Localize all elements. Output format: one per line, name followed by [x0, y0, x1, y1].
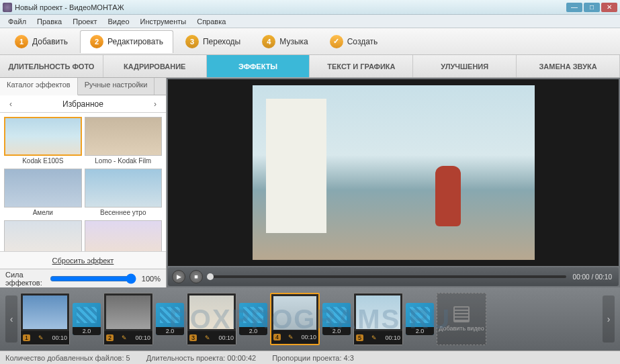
subtab-text[interactable]: ТЕКСТ И ГРАФИКА — [310, 55, 413, 77]
effect-item[interactable]: Lomo - Kodak Film — [85, 117, 163, 166]
subtab-audio[interactable]: ЗАМЕНА ЗВУКА — [517, 55, 620, 77]
effect-thumb — [85, 220, 163, 251]
subtab-duration[interactable]: ДЛИТЕЛЬНОСТЬ ФОТО — [0, 55, 103, 77]
strength-value: 100% — [142, 275, 161, 283]
effect-item[interactable]: Kodak E100S — [4, 117, 82, 166]
step-edit[interactable]: 2Редактировать — [80, 30, 173, 53]
step-label: Музыка — [279, 37, 308, 46]
transition-duration: 2.0 — [406, 327, 434, 335]
step-add[interactable]: 1Добавить — [5, 30, 77, 53]
play-button[interactable]: ▶ — [172, 270, 185, 283]
timeline-clip[interactable]: 5✎00:10 — [353, 293, 403, 345]
menubar: Файл Правка Проект Видео Инструменты Спр… — [0, 15, 620, 28]
statusbar: Количество добавленных файлов: 5 Длитель… — [0, 351, 620, 364]
preview-image — [253, 85, 535, 260]
add-video-label: Добавить видео — [439, 325, 484, 332]
maximize-button[interactable]: □ — [584, 3, 600, 12]
step-transitions[interactable]: 3Переходы — [176, 30, 250, 53]
timeline-clip[interactable]: 1✎00:10 — [20, 293, 70, 345]
effect-item[interactable] — [85, 220, 163, 251]
check-icon: ✓ — [330, 35, 343, 48]
transition-item[interactable]: 2.0 — [156, 303, 184, 335]
minimize-button[interactable]: — — [566, 3, 582, 12]
menu-project[interactable]: Проект — [67, 16, 102, 27]
step-num-icon: 3 — [185, 35, 199, 48]
stop-button[interactable]: ■ — [189, 270, 203, 283]
effect-thumb — [85, 117, 163, 156]
clip-duration: 00:10 — [218, 334, 234, 341]
menu-edit[interactable]: Правка — [32, 16, 67, 27]
add-video-button[interactable]: Добавить видео — [437, 293, 486, 345]
pencil-icon: ✎ — [371, 334, 377, 341]
strength-slider[interactable] — [50, 273, 136, 284]
close-button[interactable]: ✕ — [601, 3, 617, 12]
menu-tools[interactable]: Инструменты — [135, 16, 192, 27]
reset-effect-link[interactable]: Сбросить эффект — [52, 257, 114, 265]
transition-duration: 2.0 — [73, 327, 101, 335]
timeline-clip[interactable]: 2✎00:10 — [103, 293, 153, 345]
subtab-enhance[interactable]: УЛУЧШЕНИЯ — [413, 55, 517, 77]
clip-thumb — [189, 295, 234, 329]
effects-sidebar: Каталог эффектов Ручные настройки ‹ Избр… — [0, 78, 167, 287]
prev-category-icon[interactable]: ‹ — [5, 98, 16, 110]
transition-duration: 2.0 — [239, 327, 267, 335]
effect-thumb — [4, 220, 82, 251]
subtab-effects[interactable]: ЭФФЕКТЫ — [207, 55, 310, 77]
timeline-clip[interactable]: 4✎00:10 — [270, 293, 320, 345]
transition-item[interactable]: 2.0 — [239, 303, 267, 335]
clip-thumb — [23, 295, 67, 329]
timeline-clip[interactable]: 3✎00:10 — [187, 293, 236, 345]
subtab-crop[interactable]: КАДРИРОВАНИЕ — [103, 55, 207, 77]
clip-index: 2 — [106, 334, 114, 341]
clip-index: 5 — [356, 334, 363, 341]
effect-item[interactable] — [4, 220, 82, 251]
next-category-icon[interactable]: › — [150, 98, 161, 110]
timeline-prev-icon[interactable]: ‹ — [5, 295, 17, 343]
clip-duration: 00:10 — [385, 334, 400, 341]
sidetab-manual[interactable]: Ручные настройки — [78, 78, 155, 95]
status-ratio: Пропорции проекта: 4:3 — [272, 354, 354, 362]
effect-item[interactable]: Амели — [4, 169, 82, 218]
pencil-icon: ✎ — [205, 334, 210, 341]
pencil-icon: ✎ — [38, 334, 44, 341]
transition-duration: 2.0 — [156, 327, 184, 335]
clip-duration: 00:10 — [135, 334, 150, 341]
category-name: Избранное — [62, 99, 103, 109]
step-create[interactable]: ✓Создать — [320, 30, 388, 53]
step-tabs: 1Добавить 2Редактировать 3Переходы 4Музы… — [0, 28, 620, 55]
step-num-icon: 1 — [15, 35, 28, 48]
reset-row: Сбросить эффект — [0, 251, 166, 269]
step-label: Переходы — [203, 37, 240, 46]
clip-thumb — [106, 295, 150, 329]
menu-help[interactable]: Справка — [191, 16, 231, 27]
step-num-icon: 2 — [90, 35, 103, 48]
effect-label: Lomo - Kodak Film — [85, 156, 163, 166]
effects-grid: Kodak E100S Lomo - Kodak Film Амели Весе… — [0, 113, 166, 251]
transition-item[interactable]: 2.0 — [322, 303, 351, 335]
preview-area: ▶ ■ 00:00 / 00:10 — [167, 78, 620, 287]
timeline: ‹ 1✎00:10 2.0 2✎00:10 2.0 3✎00:10 2.0 4✎… — [0, 287, 620, 351]
clip-thumb — [356, 295, 400, 329]
menu-video[interactable]: Видео — [102, 16, 134, 27]
menu-file[interactable]: Файл — [3, 16, 32, 27]
effect-thumb — [4, 169, 82, 208]
effect-thumb — [85, 169, 163, 208]
window-title: Новый проект - ВидеоМОНТАЖ — [15, 3, 124, 11]
step-label: Добавить — [32, 37, 68, 46]
preview-viewport — [168, 79, 619, 266]
clip-thumb — [273, 296, 316, 330]
subtabs: ДЛИТЕЛЬНОСТЬ ФОТО КАДРИРОВАНИЕ ЭФФЕКТЫ Т… — [0, 55, 620, 78]
transition-item[interactable]: 2.0 — [406, 303, 434, 335]
effect-item[interactable]: Весеннее утро — [85, 169, 163, 218]
time-display: 00:00 / 00:10 — [570, 273, 615, 281]
step-music[interactable]: 4Музыка — [253, 30, 317, 53]
strength-row: Сила эффектов: 100% — [0, 269, 166, 287]
effect-thumb — [4, 117, 82, 156]
sidetab-catalog[interactable]: Каталог эффектов — [0, 78, 78, 95]
seek-slider[interactable] — [207, 275, 566, 278]
pencil-icon: ✎ — [122, 334, 127, 341]
clip-index: 3 — [189, 334, 197, 341]
timeline-next-icon[interactable]: › — [603, 295, 615, 343]
status-duration: Длительность проекта: 00:00:42 — [146, 354, 257, 362]
transition-item[interactable]: 2.0 — [73, 303, 101, 335]
